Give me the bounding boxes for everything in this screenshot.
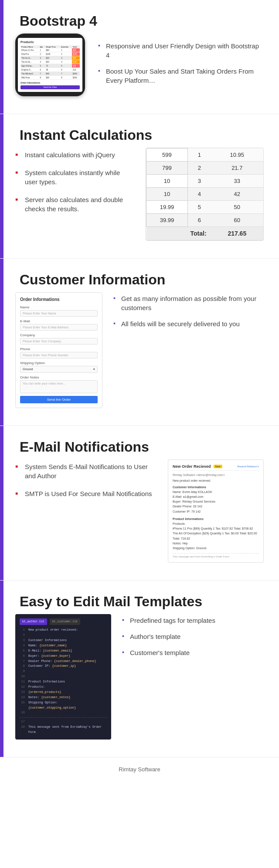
calc-qty: 5 (187, 200, 211, 213)
email-product-label: Product Informations (173, 517, 259, 521)
calc-total: 21.7 (211, 161, 263, 174)
email-products-heading: Products: (173, 521, 259, 526)
phone-send-btn: Send the Order (20, 85, 80, 89)
code-line: 17 (20, 719, 107, 725)
section-accent-bar (0, 426, 3, 581)
calc-qty: 4 (187, 187, 211, 200)
code-line: 3Customer Informations (20, 638, 107, 643)
email-customer-email: E-Mail: a1@gmail.com (173, 494, 259, 499)
customer-feature-1: Get as many information as possible from… (113, 292, 264, 314)
form-shipping-select[interactable]: Ground ▾ (20, 366, 98, 373)
email-header-bar: New Order Recieved New Resend Reklamc's (173, 464, 259, 471)
calc-table: 599 1 10.95 799 2 21.7 10 3 33 (146, 148, 263, 240)
form-phone-label: Phone (20, 347, 98, 351)
order-form-preview: Order Informations Name Please Enter You… (15, 292, 102, 408)
email-product-2: The Art Of Deception ($29) Quantity 1 Ta… (173, 531, 259, 536)
calc-total: 42 (211, 187, 263, 200)
templates-title: Easy to Edit Mail Templates (20, 594, 264, 610)
code-divider (20, 717, 107, 718)
calc-bullet-2: System calculates instantly while user t… (15, 165, 133, 189)
form-email-input[interactable]: Please Enter Your E-Mail Address (20, 324, 98, 331)
section-accent-bar (0, 259, 3, 426)
footer-text: Rimtay Software (119, 766, 160, 773)
templates-section: Easy to Edit Mail Templates bt_author.tx… (0, 580, 279, 757)
feature-item: Responsive and User Friendly Design with… (98, 40, 264, 61)
calc-price: 19.99 (146, 200, 188, 213)
bootstrap-features: Responsive and User Friendly Design with… (98, 40, 264, 90)
code-line: 12Products: (20, 685, 107, 690)
email-bullets: System Sends E-Mail Notifications to Use… (15, 459, 157, 504)
email-shipping: Shipping Option: Ground (173, 546, 259, 551)
calc-qty: 2 (187, 161, 211, 174)
table-row: 39.99 6 60 (146, 213, 264, 226)
code-tab-author[interactable]: bt_author.txt (20, 618, 47, 625)
customer-features: Get as many information as possible from… (113, 292, 264, 334)
calc-table-container: 599 1 10.95 799 2 21.7 10 3 33 (146, 148, 264, 241)
email-preview: New Order Recieved New Resend Reklamc's … (168, 459, 264, 563)
code-tab-customer[interactable]: bt_customer.txt (50, 618, 81, 625)
code-tab-bar: bt_author.txt bt_customer.txt (20, 618, 107, 625)
form-name-input[interactable]: Please Enter Your Name (20, 310, 98, 317)
code-line: 16 (20, 710, 107, 716)
calc-qty: 3 (187, 174, 211, 187)
form-company-input[interactable]: Please Enter Your Company (20, 338, 98, 344)
form-shipping-label: Shipping Option (20, 361, 98, 365)
calc-title: Instant Calculations (20, 127, 264, 143)
email-body: New product order recieved. Customer Inf… (173, 478, 259, 551)
templates-feature-2: Author's template (122, 630, 215, 643)
email-sender: Rimtay Software <demo@rimtay.com> (173, 473, 259, 476)
table-row: Age of Emp...5725360 (20, 64, 80, 68)
email-buyer: Buyer: Rimtay Ground Services (173, 499, 259, 504)
code-line: 7Dealer Phone: {customer_dealer_phone} (20, 659, 107, 664)
email-customer-info-label: Customer Informations (173, 485, 259, 490)
form-notes-label: Order Notes (20, 375, 98, 379)
form-email-label: E-Mail (20, 319, 98, 323)
table-row: 19.99 5 50 (146, 200, 264, 213)
calc-total: 50 (211, 200, 263, 213)
total-value: 217.65 (211, 226, 263, 240)
email-bullet-1: System Sends E-Mail Notifications to Use… (15, 459, 157, 483)
calc-total: 33 (211, 174, 263, 187)
code-line: 6Buyer: {customer_buyer} (20, 654, 107, 659)
customer-info-section: Customer Information Order Informations … (0, 258, 279, 426)
feature-item: Boost Up Your Sales and Start Taking Ord… (98, 65, 264, 87)
calc-bullet-list: Instant calculations with jQuery System … (15, 148, 133, 216)
chevron-down-icon: ▾ (93, 368, 95, 371)
email-footer: This message sent from EvrimAtay's Order… (173, 553, 259, 558)
email-notes: Notes: Hey (173, 541, 259, 546)
code-line: 14Notes: {customer_notes} (20, 695, 107, 700)
form-submit-btn[interactable]: Send the Order (20, 396, 98, 403)
email-resend-link[interactable]: Resend Reklamc's (237, 465, 259, 468)
email-bullet-2: SMTP is Used For Secure Mail Notificatio… (15, 486, 157, 501)
calc-price: 10 (146, 174, 188, 187)
form-notes-textarea[interactable]: You can write your notes here... (20, 380, 98, 393)
calc-total-row: Total: 217.65 (146, 226, 264, 240)
email-section: E-Mail Notifications System Sends E-Mail… (0, 426, 279, 581)
calc-bullets: Instant calculations with jQuery System … (15, 148, 133, 220)
customer-feature-2: All fields will be securely delivered to… (113, 317, 264, 330)
table-row: iPad Pro2$1492$299 (20, 52, 80, 56)
phone-order-info: Order Informations (20, 81, 80, 84)
section-accent-bar (0, 581, 3, 757)
templates-content: bt_author.txt bt_customer.txt 1New produ… (15, 614, 264, 740)
calc-price: 10 (146, 187, 188, 200)
table-row: 10 3 33 (146, 174, 264, 187)
code-line: 10 (20, 674, 107, 679)
section-accent-bar (0, 114, 3, 258)
table-row: Wild Hunt8$388$304 (20, 76, 80, 80)
code-line: 4Name: {customer_name} (20, 643, 107, 648)
calc-price: 39.99 (146, 213, 188, 226)
form-phone-input[interactable]: Please Enter Your Phone Number (20, 352, 98, 358)
email-total: Total: 716.82 (173, 536, 259, 541)
email-content: System Sends E-Mail Notifications to Use… (15, 459, 264, 563)
code-line: 11Product Informations (20, 679, 107, 685)
code-line: 13{ordered_products} (20, 690, 107, 695)
customer-title: Customer Information (20, 272, 264, 288)
instant-calc-section: Instant Calculations Instant calculation… (0, 114, 279, 258)
calc-bullet-1: Instant calculations with jQuery (15, 148, 133, 162)
table-row: The Art of...3$293$89 (20, 56, 80, 60)
bootstrap-content: Products Product Name Qty Single Price Q… (15, 34, 264, 96)
calc-bullet-3: Server also calculates and double checks… (15, 193, 133, 216)
table-row: 799 2 21.7 (146, 161, 264, 174)
phone-table-header-5: Total (72, 45, 80, 48)
